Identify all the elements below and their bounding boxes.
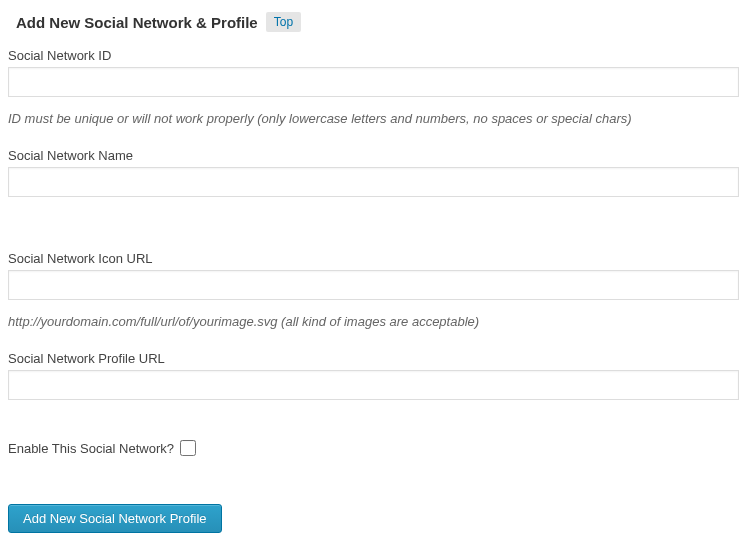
input-social-network-id[interactable] — [8, 67, 739, 97]
label-social-network-id: Social Network ID — [8, 48, 739, 63]
field-enable: Enable This Social Network? — [8, 440, 739, 456]
checkbox-enable[interactable] — [180, 440, 196, 456]
form-header: Add New Social Network & Profile Top — [8, 12, 739, 32]
input-profile-url[interactable] — [8, 370, 739, 400]
input-social-network-name[interactable] — [8, 167, 739, 197]
field-profile-url: Social Network Profile URL — [8, 351, 739, 400]
top-link[interactable]: Top — [266, 12, 301, 32]
label-profile-url: Social Network Profile URL — [8, 351, 739, 366]
field-social-network-id: Social Network ID — [8, 48, 739, 97]
submit-button[interactable]: Add New Social Network Profile — [8, 504, 222, 533]
field-icon-url: Social Network Icon URL — [8, 251, 739, 300]
label-icon-url: Social Network Icon URL — [8, 251, 739, 266]
hint-social-network-id: ID must be unique or will not work prope… — [8, 111, 739, 126]
hint-icon-url: http://yourdomain.com/full/url/of/yourim… — [8, 314, 739, 329]
field-social-network-name: Social Network Name — [8, 148, 739, 197]
input-icon-url[interactable] — [8, 270, 739, 300]
label-enable: Enable This Social Network? — [8, 441, 174, 456]
page-title: Add New Social Network & Profile — [16, 14, 258, 31]
label-social-network-name: Social Network Name — [8, 148, 739, 163]
